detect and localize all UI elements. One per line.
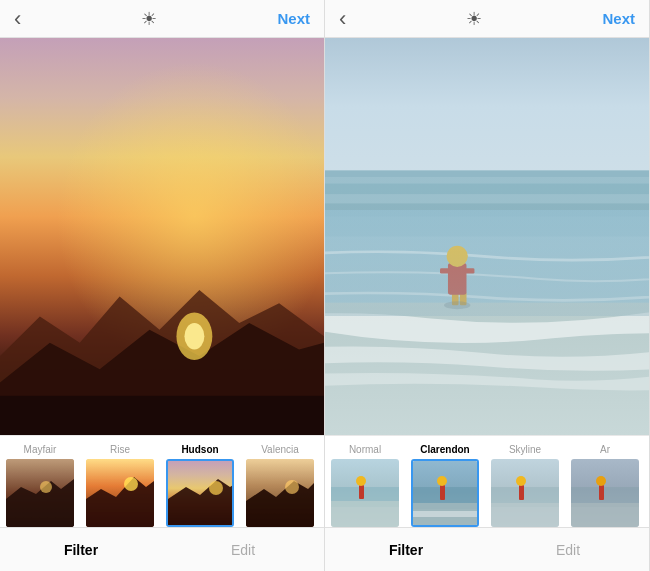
svg-point-4	[184, 323, 204, 349]
filter-hudson-label: Hudson	[181, 444, 218, 455]
left-filter-label: Filter	[64, 542, 98, 558]
right-back-button[interactable]: ‹	[339, 8, 346, 30]
right-header: ‹ ☀ Next	[325, 0, 649, 38]
filter-skyline-label: Skyline	[509, 444, 541, 455]
svg-point-29	[444, 301, 470, 309]
svg-rect-38	[440, 485, 445, 500]
filter-skyline-thumb	[491, 459, 559, 527]
filter-mayfair[interactable]: Mayfair	[0, 444, 80, 527]
svg-rect-20	[325, 203, 649, 216]
svg-rect-48	[571, 503, 639, 527]
svg-point-34	[356, 476, 366, 486]
right-edit-label: Edit	[556, 542, 580, 558]
filter-mayfair-thumb	[6, 459, 74, 527]
left-photo-sunset	[0, 38, 324, 435]
right-filter-section: Normal	[325, 435, 649, 527]
clarendon-thumb-svg	[413, 461, 479, 527]
right-bottom-tabs: Filter Edit	[325, 527, 649, 571]
left-back-button[interactable]: ‹	[14, 8, 21, 30]
beach-svg	[325, 38, 649, 435]
mayfair-thumb-svg	[6, 459, 74, 527]
left-panel: ‹ ☀ Next	[0, 0, 325, 571]
svg-rect-32	[331, 501, 399, 527]
right-tab-filter[interactable]: Filter	[325, 528, 487, 571]
left-filter-thumbnails: Mayfair	[0, 435, 324, 527]
svg-point-10	[124, 477, 138, 491]
left-photo-area	[0, 38, 324, 435]
skyline-thumb-svg	[491, 459, 559, 527]
svg-rect-40	[413, 511, 479, 517]
valencia-thumb-svg	[246, 459, 314, 527]
svg-rect-33	[359, 485, 364, 499]
svg-rect-18	[325, 170, 649, 236]
filter-hudson-thumb	[166, 459, 234, 527]
hudson-thumb-svg	[168, 461, 234, 527]
filter-hudson[interactable]: Hudson	[160, 444, 240, 527]
left-filter-section: Mayfair	[0, 435, 324, 527]
svg-rect-21	[325, 210, 649, 316]
right-next-button[interactable]: Next	[602, 10, 635, 27]
filter-clarendon[interactable]: Clarendon	[405, 444, 485, 527]
svg-rect-44	[519, 485, 524, 500]
filter-ar[interactable]: Ar	[565, 444, 645, 527]
svg-rect-49	[599, 485, 604, 500]
filter-rise-label: Rise	[110, 444, 130, 455]
rise-thumb-svg	[86, 459, 154, 527]
filter-skyline[interactable]: Skyline	[485, 444, 565, 527]
svg-rect-43	[491, 503, 559, 527]
filter-clarendon-label: Clarendon	[420, 444, 469, 455]
left-tab-filter[interactable]: Filter	[0, 528, 162, 571]
svg-rect-24	[460, 292, 467, 305]
svg-rect-27	[440, 268, 449, 273]
svg-rect-28	[465, 268, 474, 273]
svg-point-13	[209, 481, 223, 495]
filter-rise-thumb	[86, 459, 154, 527]
filter-ar-thumb	[571, 459, 639, 527]
svg-point-45	[516, 476, 526, 486]
filter-valencia[interactable]: Valencia	[240, 444, 320, 527]
left-next-button[interactable]: Next	[277, 10, 310, 27]
filter-rise[interactable]: Rise	[80, 444, 160, 527]
svg-point-39	[437, 476, 447, 486]
right-adjust-icon[interactable]: ☀	[466, 8, 482, 30]
svg-rect-23	[452, 292, 459, 305]
mountain-svg	[0, 237, 324, 436]
filter-clarendon-thumb	[411, 459, 479, 527]
svg-point-26	[447, 246, 468, 267]
filter-normal-label: Normal	[349, 444, 381, 455]
svg-point-50	[596, 476, 606, 486]
svg-rect-2	[0, 395, 324, 435]
left-header: ‹ ☀ Next	[0, 0, 324, 38]
svg-point-7	[40, 481, 52, 493]
left-tab-edit[interactable]: Edit	[162, 528, 324, 571]
filter-ar-label: Ar	[600, 444, 610, 455]
right-panel: ‹ ☀ Next	[325, 0, 650, 571]
right-filter-thumbnails: Normal	[325, 435, 649, 527]
svg-point-16	[285, 480, 299, 494]
left-adjust-icon[interactable]: ☀	[141, 8, 157, 30]
filter-mayfair-label: Mayfair	[24, 444, 57, 455]
svg-rect-17	[325, 38, 649, 210]
left-bottom-tabs: Filter Edit	[0, 527, 324, 571]
right-filter-label: Filter	[389, 542, 423, 558]
left-edit-label: Edit	[231, 542, 255, 558]
normal-thumb-svg	[331, 459, 399, 527]
filter-valencia-label: Valencia	[261, 444, 299, 455]
right-photo-beach	[325, 38, 649, 435]
svg-rect-25	[448, 263, 467, 295]
ar-thumb-svg	[571, 459, 639, 527]
filter-normal-thumb	[331, 459, 399, 527]
filter-normal[interactable]: Normal	[325, 444, 405, 527]
right-photo-area	[325, 38, 649, 435]
filter-valencia-thumb	[246, 459, 314, 527]
svg-rect-19	[325, 184, 649, 195]
right-tab-edit[interactable]: Edit	[487, 528, 649, 571]
